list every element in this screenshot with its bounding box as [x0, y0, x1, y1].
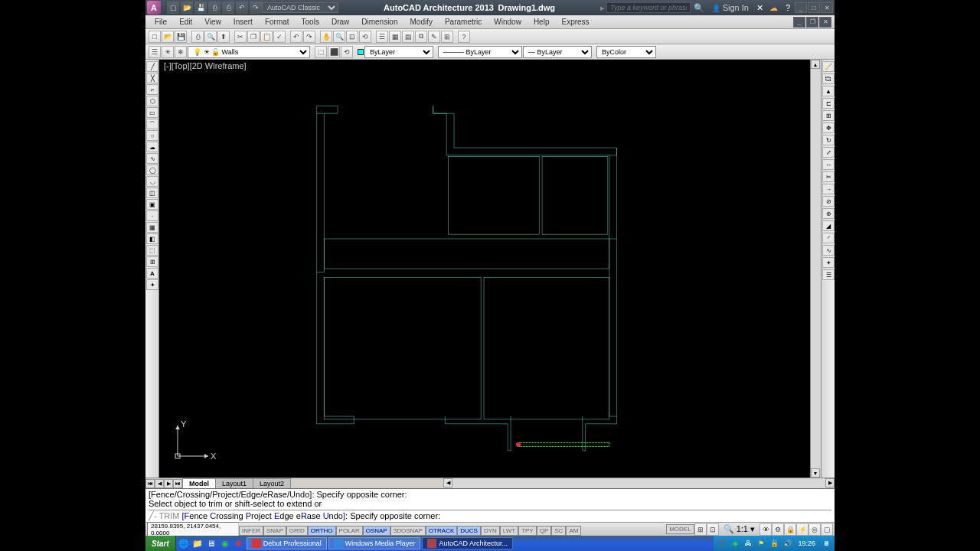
menu-insert[interactable]: Insert — [227, 16, 259, 28]
undo-icon[interactable]: ↶ — [290, 31, 302, 43]
command-window[interactable]: [Fence/Crossing/Project/Edge/eRase/Undo]… — [145, 488, 835, 522]
taskbar-app[interactable]: AutoCAD Architectur... — [422, 537, 513, 549]
doc-close-button[interactable]: ✕ — [819, 17, 831, 28]
preview-icon[interactable]: 🔍 — [204, 31, 217, 43]
line-icon[interactable]: ╱ — [146, 61, 158, 72]
layer-prev-icon[interactable]: ⟲ — [341, 46, 353, 58]
menu-modify[interactable]: Modify — [404, 16, 439, 28]
status-toggle-snap[interactable]: SNAP — [263, 526, 286, 536]
qat-new-icon[interactable]: ▢ — [167, 2, 179, 14]
explode-icon[interactable]: ✦ — [822, 257, 835, 268]
cloud-icon[interactable]: ☁ — [769, 3, 778, 13]
ql-ie-icon[interactable]: 🌐 — [178, 537, 190, 549]
spline-icon[interactable]: ∿ — [146, 153, 158, 164]
markup-icon[interactable]: ✎ — [428, 31, 440, 43]
status-toggle-ortho[interactable]: ORTHO — [308, 526, 336, 536]
ellipse-icon[interactable]: ◯ — [146, 165, 158, 175]
status-toggle-tpy[interactable]: TPY — [518, 526, 537, 536]
menu-draw[interactable]: Draw — [325, 16, 355, 28]
tab-first-icon[interactable]: ⏮ — [145, 479, 155, 488]
rotate-icon[interactable]: ↻ — [822, 135, 835, 145]
qat-open-icon[interactable]: 📂 — [181, 2, 193, 14]
status-toggle-qp[interactable]: QP — [537, 526, 552, 536]
status-toggle-ducs[interactable]: DUCS — [457, 526, 481, 536]
add-selected-icon[interactable]: ✦ — [146, 279, 158, 290]
design-center-icon[interactable]: ▦ — [389, 31, 401, 43]
hatch-icon[interactable]: ▦ — [146, 222, 158, 233]
paste-icon[interactable]: 📋 — [260, 31, 273, 43]
open-icon[interactable]: 📂 — [162, 31, 174, 43]
tab-layout1[interactable]: Layout1 — [215, 478, 253, 489]
status-toggle-sc[interactable]: SC — [551, 526, 566, 536]
tray-shield-icon[interactable]: 🛡 — [717, 538, 727, 549]
arc-icon[interactable]: ⌒ — [146, 119, 158, 129]
region-icon[interactable]: ⬚ — [146, 245, 158, 256]
match-icon[interactable]: ✓ — [273, 31, 286, 43]
tab-layout2[interactable]: Layout2 — [253, 478, 291, 489]
scroll-down-icon[interactable]: ▼ — [811, 468, 820, 478]
plotstyle-dropdown[interactable]: ByColor — [596, 46, 656, 58]
start-button[interactable]: Start — [145, 536, 176, 551]
status-toggle-dyn[interactable]: DYN — [481, 526, 500, 536]
table-icon[interactable]: ⊞ — [146, 256, 158, 267]
status-toggle-otrack[interactable]: OTRACK — [426, 526, 457, 536]
menu-dimension[interactable]: Dimension — [355, 16, 403, 28]
chamfer-icon[interactable]: ◢ — [822, 220, 835, 231]
qat-saveas-icon[interactable]: ⎙ — [208, 2, 220, 14]
clean-screen-icon[interactable]: ▢ — [821, 523, 833, 536]
search-input[interactable] — [606, 2, 691, 13]
layer-states-icon[interactable]: ☀ — [162, 46, 174, 58]
layer-dropdown[interactable]: 💡 ☀ 🔓 Walls — [188, 46, 310, 58]
minimize-button[interactable]: _ — [795, 2, 807, 13]
tool-palettes-icon[interactable]: ▤ — [402, 31, 414, 43]
tab-next-icon[interactable]: ▶ — [164, 479, 173, 488]
properties-icon[interactable]: ☰ — [376, 31, 388, 43]
properties2-icon[interactable]: ☰ — [822, 269, 835, 280]
mtext-icon[interactable]: A — [146, 268, 158, 279]
taskbar-app[interactable]: Debut Professional — [247, 537, 327, 549]
menu-format[interactable]: Format — [259, 16, 296, 28]
blend-icon[interactable]: ∿ — [822, 245, 835, 256]
workspace-icon[interactable]: ⚙ — [772, 523, 784, 536]
gradient-icon[interactable]: ◧ — [146, 233, 158, 244]
mirror-icon[interactable]: ▲ — [822, 86, 835, 96]
taskbar-app[interactable]: Windows Media Player — [328, 537, 421, 549]
plot-icon[interactable]: ⎙ — [191, 31, 204, 43]
array-icon[interactable]: ⊞ — [822, 110, 835, 121]
erase-icon[interactable]: 🧹 — [822, 61, 835, 72]
scroll-right-icon[interactable]: ▶ — [825, 478, 835, 487]
status-toggle-osnap[interactable]: OSNAP — [363, 526, 390, 536]
toolbar-lock-icon[interactable]: 🔒 — [784, 523, 796, 536]
layer-match-icon[interactable]: ⬛ — [328, 46, 340, 58]
zoom-prev-icon[interactable]: ⟲ — [359, 31, 371, 43]
ql-app-icon[interactable]: ✱ — [233, 537, 245, 549]
xline-icon[interactable]: ╳ — [146, 73, 158, 83]
menu-file[interactable]: File — [149, 16, 173, 28]
workspace-selector[interactable]: AutoCAD Classic — [262, 2, 338, 13]
quick-view-drawings-icon[interactable]: ⊡ — [707, 523, 719, 536]
doc-minimize-button[interactable]: _ — [793, 17, 805, 28]
save-icon[interactable]: 💾 — [175, 31, 187, 43]
make-block-icon[interactable]: ▣ — [146, 199, 158, 210]
copy-icon[interactable]: ❐ — [247, 31, 260, 43]
pan-icon[interactable]: ✋ — [320, 31, 332, 43]
ellipse-arc-icon[interactable]: ◡ — [146, 176, 158, 187]
menu-window[interactable]: Window — [488, 16, 528, 28]
help-icon[interactable]: ? — [786, 3, 790, 12]
status-toggle-lwt[interactable]: LWT — [500, 526, 518, 536]
tray-network-icon[interactable]: 🖧 — [743, 538, 753, 549]
scale-icon[interactable]: ⤢ — [822, 147, 835, 158]
publish-icon[interactable]: ⬆ — [217, 31, 230, 43]
maximize-button[interactable]: □ — [808, 2, 820, 13]
offset-icon[interactable]: ⊏ — [822, 98, 835, 109]
tray-flag-icon[interactable]: ⚑ — [756, 538, 766, 549]
anno-vis-icon[interactable]: 👁 — [760, 523, 772, 536]
model-space-toggle[interactable]: MODEL — [666, 524, 694, 534]
menu-tools[interactable]: Tools — [296, 16, 325, 28]
join-icon[interactable]: ⊕ — [822, 208, 835, 219]
menu-help[interactable]: Help — [528, 16, 556, 28]
status-toggle-polar[interactable]: POLAR — [336, 526, 363, 536]
qat-redo-icon[interactable]: ↷ — [250, 2, 262, 14]
calc-icon[interactable]: ⊞ — [441, 31, 453, 43]
tab-last-icon[interactable]: ⏭ — [173, 479, 182, 488]
